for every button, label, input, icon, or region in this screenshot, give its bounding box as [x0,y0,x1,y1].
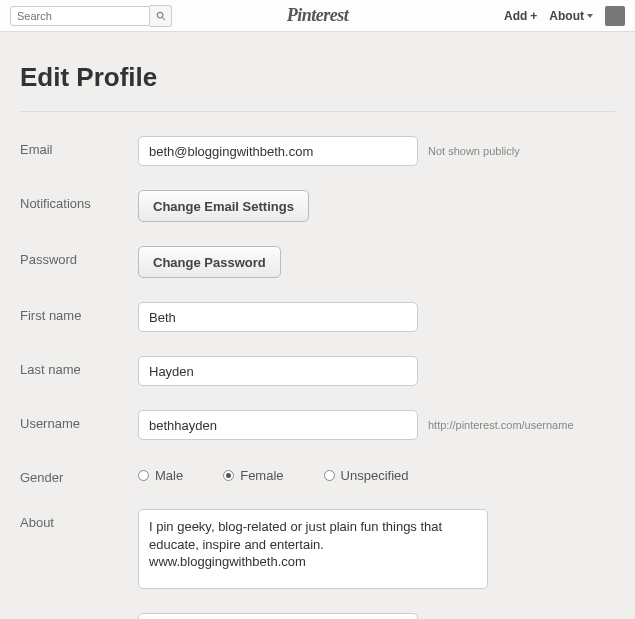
menu-add-label: Add [504,9,527,23]
radio-unspecified[interactable]: Unspecified [324,468,409,483]
label-first-name: First name [20,302,138,323]
radio-circle-icon [324,470,335,481]
chevron-down-icon [587,14,593,18]
logo: Pinterest [287,5,349,26]
menu-add[interactable]: Add + [504,9,537,23]
row-last-name: Last name [20,344,615,398]
label-password: Password [20,246,138,267]
search-input[interactable] [10,6,150,26]
row-password: Password Change Password [20,234,615,290]
first-name-input[interactable] [138,302,418,332]
row-username: Username http://pinterest.com/username [20,398,615,452]
label-email: Email [20,136,138,157]
row-notifications: Notifications Change Email Settings [20,178,615,234]
radio-female-label: Female [240,468,283,483]
change-password-button[interactable]: Change Password [138,246,281,278]
row-location: Location e.g. Palo Alto, CA [20,601,615,619]
top-right-menu: Add + About [504,6,625,26]
search-button[interactable] [150,5,172,27]
label-notifications: Notifications [20,190,138,211]
last-name-input[interactable] [138,356,418,386]
label-last-name: Last name [20,356,138,377]
row-about: About [20,497,615,601]
email-hint: Not shown publicly [428,145,520,157]
divider [20,111,615,112]
row-first-name: First name [20,290,615,344]
label-location: Location [20,613,138,619]
label-gender: Gender [20,464,138,485]
about-textarea[interactable] [138,509,488,589]
menu-about[interactable]: About [549,9,593,23]
radio-male-label: Male [155,468,183,483]
row-gender: Gender Male Female Unspecified [20,452,615,497]
row-email: Email Not shown publicly [20,124,615,178]
username-hint: http://pinterest.com/username [428,419,574,431]
page: Edit Profile Email Not shown publicly No… [0,32,635,619]
radio-unspecified-label: Unspecified [341,468,409,483]
avatar[interactable] [605,6,625,26]
location-input[interactable] [138,613,418,619]
search-wrap [10,5,172,27]
label-username: Username [20,410,138,431]
topbar: Pinterest Add + About [0,0,635,32]
username-input[interactable] [138,410,418,440]
plus-icon: + [530,9,537,23]
radio-female[interactable]: Female [223,468,283,483]
radio-circle-icon [138,470,149,481]
page-title: Edit Profile [20,62,615,93]
search-icon [156,11,166,21]
email-input[interactable] [138,136,418,166]
radio-circle-checked-icon [223,470,234,481]
menu-about-label: About [549,9,584,23]
radio-male[interactable]: Male [138,468,183,483]
change-email-settings-button[interactable]: Change Email Settings [138,190,309,222]
label-about: About [20,509,138,530]
